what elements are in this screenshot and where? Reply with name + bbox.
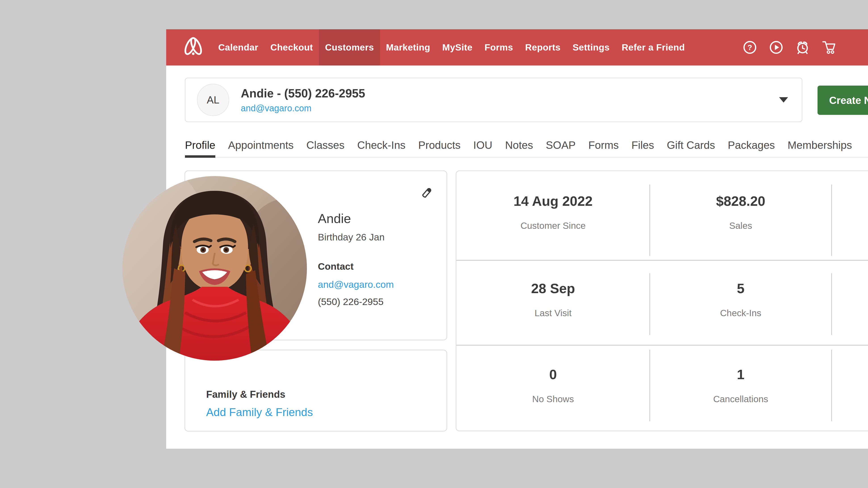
stat-last-visit: 28 Sep Last Visit <box>456 260 650 345</box>
alarm-icon[interactable] <box>795 40 810 55</box>
contact-heading: Contact <box>318 261 394 272</box>
selector-text: Andie - (550) 226-2955 and@vagaro.com <box>241 87 365 113</box>
nav-item-mysite[interactable]: MySite <box>436 29 478 65</box>
stat-label: Last Visit <box>534 308 571 318</box>
tab-soap[interactable]: SOAP <box>546 133 576 157</box>
edit-pencil-icon[interactable] <box>420 186 434 200</box>
profile-email-link[interactable]: and@vagaro.com <box>318 279 394 290</box>
stat-sales: $828.20 Sales <box>650 171 832 260</box>
tab-profile[interactable]: Profile <box>185 133 215 157</box>
vagaro-logo-icon[interactable] <box>180 34 207 61</box>
stat-empty <box>832 345 868 431</box>
tab-products[interactable]: Products <box>418 133 460 157</box>
tab-gift-cards[interactable]: Gift Cards <box>667 133 715 157</box>
stat-label: No Shows <box>532 394 574 404</box>
family-friends-card: Family & Friends Add Family & Friends <box>185 350 447 431</box>
play-video-icon[interactable] <box>769 40 783 55</box>
stat-no-shows: 0 No Shows <box>456 345 650 431</box>
nav-item-settings[interactable]: Settings <box>566 29 616 65</box>
tab-iou[interactable]: IOU <box>473 133 492 157</box>
profile-birthday: Birthday 26 Jan <box>318 232 394 243</box>
chevron-down-icon[interactable] <box>779 97 788 102</box>
stat-check-ins: 5 Check-Ins <box>650 260 832 345</box>
stat-cancellations: 1 Cancellations <box>650 345 832 431</box>
stat-label: Customer Since <box>521 220 586 231</box>
create-new-button[interactable]: Create New <box>817 86 868 115</box>
nav-item-reports[interactable]: Reports <box>519 29 566 65</box>
stat-value: 0 <box>549 367 557 382</box>
nav-item-refer-a-friend[interactable]: Refer a Friend <box>616 29 691 65</box>
nav-item-forms[interactable]: Forms <box>478 29 519 65</box>
nav-item-calendar[interactable]: Calendar <box>212 29 264 65</box>
customer-name-line: Andie - (550) 226-2955 <box>241 87 365 100</box>
top-nav: Calendar Checkout Customers Marketing My… <box>166 29 868 65</box>
profile-info: Andie Birthday 26 Jan Contact and@vagaro… <box>318 211 394 307</box>
stat-value: 14 Aug 2022 <box>514 193 593 209</box>
stat-customer-since: 14 Aug 2022 Customer Since <box>456 171 650 260</box>
stat-label: Sales <box>729 220 752 231</box>
stat-empty <box>832 260 868 345</box>
customer-tabs: Profile Appointments Classes Check-Ins P… <box>185 133 868 158</box>
customer-email-link[interactable]: and@vagaro.com <box>241 103 365 113</box>
customer-stats-card: 14 Aug 2022 Customer Since $828.20 Sales… <box>456 171 868 431</box>
family-friends-title: Family & Friends <box>206 389 285 400</box>
tab-packages[interactable]: Packages <box>728 133 775 157</box>
nav-item-marketing[interactable]: Marketing <box>380 29 436 65</box>
stat-value: 5 <box>737 281 744 296</box>
tab-classes[interactable]: Classes <box>306 133 345 157</box>
profile-phone: (550) 226-2955 <box>318 296 394 307</box>
tab-files[interactable]: Files <box>631 133 654 157</box>
tab-notes[interactable]: Notes <box>505 133 533 157</box>
tab-memberships[interactable]: Memberships <box>787 133 852 157</box>
nav-item-checkout[interactable]: Checkout <box>264 29 319 65</box>
nav-items: Calendar Checkout Customers Marketing My… <box>212 29 691 65</box>
stat-value: 28 Sep <box>531 281 575 296</box>
customer-selector[interactable]: AL Andie - (550) 226-2955 and@vagaro.com <box>185 78 802 122</box>
nav-icon-cluster: ? <box>742 40 836 55</box>
stat-label: Check-Ins <box>720 308 762 318</box>
tab-forms[interactable]: Forms <box>588 133 619 157</box>
avatar: AL <box>197 84 229 116</box>
customer-photo[interactable] <box>122 176 307 361</box>
stat-empty <box>832 171 868 260</box>
help-icon[interactable]: ? <box>742 40 757 55</box>
customer-portrait-illustration <box>122 176 307 361</box>
nav-item-customers[interactable]: Customers <box>319 29 380 65</box>
tab-appointments[interactable]: Appointments <box>228 133 294 157</box>
svg-text:?: ? <box>748 43 752 52</box>
stats-grid: 14 Aug 2022 Customer Since $828.20 Sales… <box>456 171 868 431</box>
stat-label: Cancellations <box>713 394 768 404</box>
stat-value: $828.20 <box>716 193 766 209</box>
tab-check-ins[interactable]: Check-Ins <box>357 133 405 157</box>
add-family-friends-link[interactable]: Add Family & Friends <box>206 406 313 419</box>
cart-icon[interactable] <box>822 40 836 55</box>
profile-name: Andie <box>318 211 394 226</box>
page-canvas: Calendar Checkout Customers Marketing My… <box>0 0 868 488</box>
stat-value: 1 <box>737 367 744 382</box>
